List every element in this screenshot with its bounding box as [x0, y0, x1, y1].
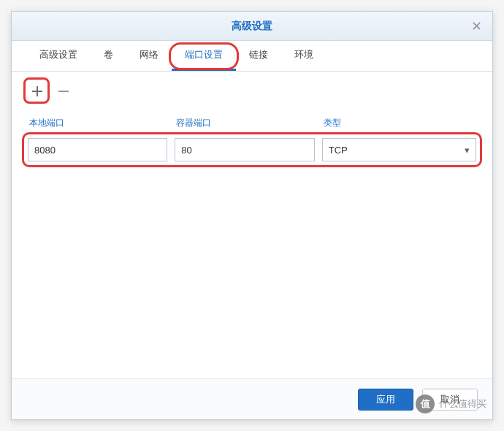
- apply-button[interactable]: 应用: [358, 389, 413, 411]
- plus-icon: [31, 85, 44, 98]
- chevron-down-icon: ▾: [465, 145, 470, 156]
- add-button[interactable]: [28, 82, 47, 101]
- content-area: 本地端口 容器端口 类型 TCP ▾: [12, 72, 492, 378]
- tab-bar: 高级设置 卷 网络 端口设置 链接 环境: [12, 41, 492, 72]
- remove-button[interactable]: [54, 82, 73, 101]
- tab-volume[interactable]: 卷: [91, 41, 126, 71]
- tab-port-settings[interactable]: 端口设置: [172, 41, 236, 71]
- container-port-input[interactable]: [175, 138, 314, 161]
- tab-advanced[interactable]: 高级设置: [26, 41, 91, 71]
- tab-environment[interactable]: 环境: [281, 41, 327, 71]
- watermark: 值 什么值得买: [416, 394, 486, 413]
- table-row: TCP ▾: [28, 138, 476, 161]
- type-select-value: TCP: [329, 145, 348, 156]
- close-icon: ✕: [471, 18, 482, 34]
- advanced-settings-dialog: 高级设置 ✕ 高级设置 卷 网络 端口设置 链接 环境 本地端口 容器端口 类型: [11, 11, 493, 420]
- tab-links[interactable]: 链接: [236, 41, 281, 71]
- close-button[interactable]: ✕: [469, 19, 484, 34]
- header-local-port: 本地端口: [28, 114, 167, 132]
- dialog-header: 高级设置 ✕: [12, 12, 492, 41]
- minus-icon: [57, 85, 70, 98]
- local-port-input[interactable]: [28, 138, 167, 161]
- watermark-text: 什么值得买: [439, 397, 486, 411]
- header-container-port: 容器端口: [175, 114, 314, 132]
- table-header: 本地端口 容器端口 类型: [28, 114, 476, 132]
- header-type: 类型: [322, 114, 476, 132]
- watermark-badge: 值: [416, 394, 435, 413]
- toolbar: [28, 82, 476, 101]
- tab-network[interactable]: 网络: [126, 41, 172, 71]
- tab-port-label: 端口设置: [185, 49, 223, 60]
- dialog-title: 高级设置: [232, 20, 272, 33]
- type-select[interactable]: TCP ▾: [322, 138, 476, 161]
